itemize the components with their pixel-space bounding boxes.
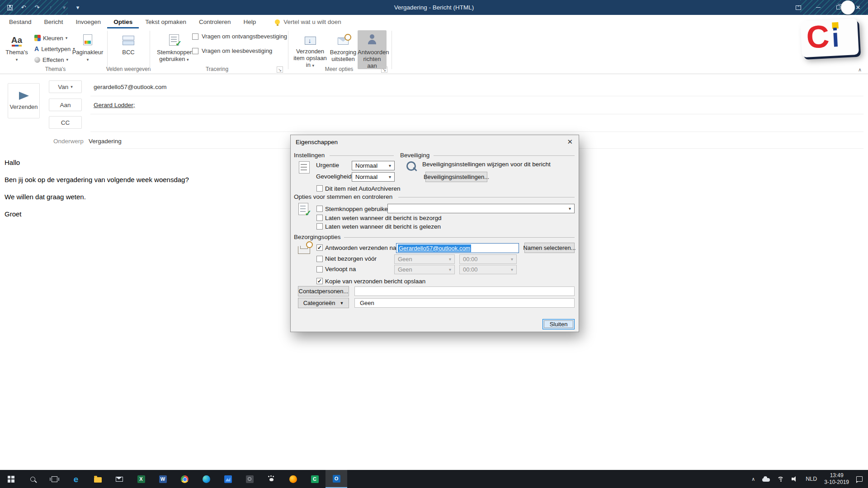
categories-field[interactable]: Geen xyxy=(354,298,575,308)
deliver-time-dropdown[interactable]: 00:00▾ xyxy=(459,254,517,264)
tab-tekst-opmaken[interactable]: Tekst opmaken xyxy=(139,15,193,28)
contacts-field[interactable] xyxy=(354,286,575,296)
voting-options-combo[interactable]: ▾ xyxy=(387,204,575,213)
read-receipt-dialog-checkbox[interactable] xyxy=(316,223,323,230)
more-options-dialog-launcher[interactable]: ↘ xyxy=(381,66,387,73)
edge-taskbar-button[interactable]: e xyxy=(65,470,87,488)
fonts-button[interactable]: A Lettertypen▾ xyxy=(34,44,75,54)
qat-more-button[interactable]: ▾ xyxy=(61,4,68,11)
subject-value[interactable]: Vergadering xyxy=(89,138,122,145)
mail-app-button[interactable] xyxy=(108,470,130,488)
read-receipt-checkbox[interactable]: Vragen om leesbevestiging xyxy=(192,47,272,54)
security-settings-button[interactable]: Beveiligingsinstellingen... xyxy=(425,172,487,182)
replies-to-checkbox[interactable] xyxy=(316,244,323,251)
no-autoarchive-checkbox[interactable] xyxy=(316,185,323,192)
tracking-dialog-launcher[interactable]: ↘ xyxy=(277,66,283,73)
themes-button[interactable]: Aa Thema's ▾ xyxy=(5,30,29,69)
customize-qat-button[interactable]: ▾ xyxy=(74,4,81,11)
touch-mode-button[interactable]: ↑ xyxy=(47,4,54,11)
page-color-button[interactable]: Paginakleur ▾ xyxy=(71,30,104,69)
photos-app-button[interactable] xyxy=(217,470,239,488)
ribbon-display-options-button[interactable]: ⌃ xyxy=(788,0,808,15)
importance-dropdown[interactable]: Normaal▾ xyxy=(352,161,395,170)
undo-button[interactable]: ↶ xyxy=(20,4,27,11)
replies-to-label[interactable]: Antwoorden verzenden naar xyxy=(325,244,402,251)
tab-bericht[interactable]: Bericht xyxy=(38,15,70,28)
direct-replies-button[interactable]: Antwoorden richten aan xyxy=(358,30,387,69)
onedrive-tray-button[interactable] xyxy=(759,470,774,488)
clock[interactable]: 13:49 3-10-2019 xyxy=(821,470,853,488)
volume-tray-button[interactable] xyxy=(788,470,802,488)
chrome-button[interactable] xyxy=(174,470,195,488)
to-value[interactable]: Gerard Lodder; xyxy=(94,102,135,108)
replies-to-field[interactable]: Gerardello57@outlook.com xyxy=(396,243,519,253)
redo-button[interactable]: ↷ xyxy=(33,4,41,11)
delivered-receipt-label[interactable]: Laten weten wanneer dit bericht is bezor… xyxy=(325,215,441,221)
language-indicator[interactable]: NLD xyxy=(802,470,821,488)
do-not-deliver-before-label[interactable]: Niet bezorgen vóór xyxy=(325,255,377,262)
task-view-button[interactable] xyxy=(43,470,65,488)
cc-button[interactable]: CC xyxy=(49,116,82,129)
word-button[interactable] xyxy=(152,470,174,488)
minimize-button[interactable] xyxy=(808,0,828,15)
start-button[interactable] xyxy=(0,470,22,488)
read-receipt-dialog-label[interactable]: Laten weten wanneer dit bericht is gelez… xyxy=(325,223,441,230)
edge-chromium-button[interactable] xyxy=(195,470,217,488)
dialog-close-button[interactable]: ✕ xyxy=(567,138,573,146)
deliver-date-dropdown[interactable]: Geen▾ xyxy=(394,254,455,264)
categories-value: Geen xyxy=(360,300,374,306)
tab-bestand[interactable]: Bestand xyxy=(3,15,38,28)
network-tray-button[interactable] xyxy=(774,470,788,488)
collapse-ribbon-chevron[interactable]: ∧ xyxy=(858,67,862,73)
from-value[interactable]: gerardello57@outlook.com xyxy=(94,84,167,90)
categories-button[interactable]: Categorieën▼ xyxy=(298,298,349,308)
do-not-deliver-before-checkbox[interactable] xyxy=(316,256,323,262)
excel-button[interactable] xyxy=(130,470,152,488)
search-button[interactable] xyxy=(22,470,43,488)
outlook-taskbar-button[interactable] xyxy=(326,470,347,488)
close-dialog-button[interactable]: Sluiten xyxy=(542,319,575,329)
action-center-button[interactable] xyxy=(853,470,866,488)
save-button[interactable] xyxy=(6,4,14,11)
tab-help[interactable]: Help xyxy=(237,15,263,28)
use-voting-label[interactable]: Stemknoppen gebruiken xyxy=(325,206,391,212)
dark-app-button[interactable] xyxy=(239,470,260,488)
title-bar[interactable]: ↶ ↷ ↑ ▾ ▾ Vergadering - Bericht (HTML) ⌃… xyxy=(0,0,868,15)
colors-button[interactable]: Kleuren▾ xyxy=(34,33,67,43)
from-button[interactable]: Van▾ xyxy=(49,80,82,93)
delay-delivery-button[interactable]: Bezorging uitstellen xyxy=(330,30,357,69)
delivery-receipt-checkbox[interactable]: Vragen om ontvangstbevestiging xyxy=(192,33,287,40)
delivered-receipt-checkbox[interactable] xyxy=(316,215,323,221)
select-names-button[interactable]: Namen selecteren... xyxy=(524,243,575,253)
save-sent-item-button[interactable]: Verzonden item opslaan in ▾ xyxy=(292,30,328,69)
paw-app-button[interactable] xyxy=(260,470,282,488)
to-button[interactable]: Aan xyxy=(49,99,82,111)
tab-invoegen[interactable]: Invoegen xyxy=(70,15,108,28)
bcc-button[interactable]: BCC xyxy=(114,30,142,69)
effects-button[interactable]: Effecten▾ xyxy=(34,55,68,65)
ribbon: Aa Thema's ▾ Kleuren▾ A Lettertypen▾ Eff… xyxy=(0,28,868,74)
file-explorer-button[interactable] xyxy=(87,470,108,488)
expire-time-dropdown[interactable]: 00:00▾ xyxy=(459,265,517,274)
tab-controleren[interactable]: Controleren xyxy=(193,15,237,28)
firefox-button[interactable] xyxy=(282,470,304,488)
save-copy-checkbox[interactable] xyxy=(316,278,323,284)
tell-me-box[interactable]: Vertel wat u wilt doen xyxy=(275,19,341,25)
body-line: Ben jij ook op de vergadering van volgen… xyxy=(5,176,189,183)
sensitivity-dropdown[interactable]: Normaal▾ xyxy=(352,172,395,182)
expire-date-dropdown[interactable]: Geen▾ xyxy=(394,265,455,274)
no-autoarchive-label[interactable]: Dit item niet AutoArchiveren xyxy=(325,185,401,192)
contacts-button[interactable]: Contactpersonen... xyxy=(298,286,349,296)
voting-buttons-button[interactable]: Stemknoppen gebruiken ▾ xyxy=(157,30,191,69)
save-copy-label[interactable]: Kopie van verzonden bericht opslaan xyxy=(325,278,425,285)
expires-after-checkbox[interactable] xyxy=(316,266,323,272)
send-button[interactable]: Verzenden xyxy=(8,83,40,118)
settings-group-label: Instellingen xyxy=(294,152,325,159)
expires-after-label[interactable]: Verloopt na xyxy=(325,266,356,272)
use-voting-checkbox[interactable] xyxy=(316,206,323,212)
delivery-icon xyxy=(298,246,310,254)
tab-opties[interactable]: Opties xyxy=(107,15,139,28)
hidden-icons-button[interactable]: ∧ xyxy=(748,470,759,488)
camtasia-button[interactable] xyxy=(304,470,326,488)
speaker-icon xyxy=(792,476,798,482)
